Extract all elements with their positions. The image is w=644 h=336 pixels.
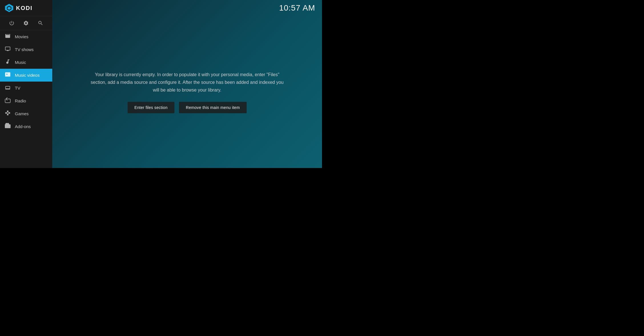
music-videos-icon <box>5 72 11 79</box>
music-videos-label: Music videos <box>15 73 40 78</box>
games-label: Games <box>15 111 29 116</box>
action-buttons: Enter files section Remove this main men… <box>128 102 247 113</box>
sidebar-controls <box>0 16 52 30</box>
sidebar-header: KODI <box>0 0 52 16</box>
search-button[interactable] <box>38 20 43 26</box>
search-icon <box>38 20 43 26</box>
music-icon <box>5 59 11 66</box>
power-button[interactable] <box>9 20 15 26</box>
tv-shows-icon <box>5 46 11 53</box>
sidebar-item-add-ons[interactable]: Add-ons <box>0 120 52 133</box>
enter-files-section-button[interactable]: Enter files section <box>128 102 174 113</box>
sidebar-item-games[interactable]: Games <box>0 107 52 120</box>
add-ons-label: Add-ons <box>15 124 31 129</box>
top-bar: 10:57 AM <box>52 0 322 16</box>
games-icon <box>5 110 11 117</box>
sidebar-item-music-videos[interactable]: Music videos <box>0 69 52 82</box>
music-label: Music <box>15 60 26 65</box>
kodi-logo: KODI <box>5 3 33 13</box>
addons-icon <box>5 123 11 130</box>
sidebar-item-tv-shows[interactable]: TV shows <box>0 43 52 56</box>
tv-shows-label: TV shows <box>15 47 34 52</box>
time-display: 10:57 AM <box>279 3 315 13</box>
settings-button[interactable] <box>23 20 29 26</box>
tv-icon <box>5 84 11 92</box>
power-icon <box>9 20 15 26</box>
nav-menu: Movies TV shows Music <box>0 30 52 168</box>
sidebar-item-movies[interactable]: Movies <box>0 30 52 43</box>
main-content: 10:57 AM Your library is currently empty… <box>52 0 322 168</box>
tv-label: TV <box>15 86 20 90</box>
movies-label: Movies <box>15 34 29 39</box>
radio-icon <box>5 97 11 104</box>
sidebar: KODI Movies <box>0 0 52 168</box>
empty-library-message: Your library is currently empty. In orde… <box>90 71 284 94</box>
app-title: KODI <box>16 5 33 11</box>
kodi-icon <box>5 3 14 13</box>
sidebar-item-radio[interactable]: Radio <box>0 94 52 107</box>
radio-label: Radio <box>15 98 26 103</box>
gear-icon <box>23 20 29 26</box>
remove-menu-item-button[interactable]: Remove this main menu item <box>179 102 247 113</box>
sidebar-item-tv[interactable]: TV <box>0 82 52 94</box>
content-area: Your library is currently empty. In orde… <box>52 16 322 168</box>
sidebar-item-music[interactable]: Music <box>0 56 52 69</box>
movies-icon <box>5 33 11 40</box>
